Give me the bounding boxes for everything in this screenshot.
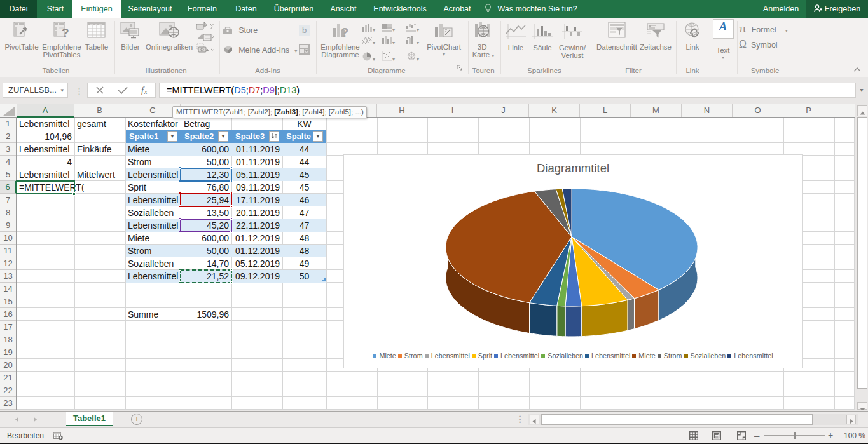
svg-text:?: ? <box>62 26 69 39</box>
svg-text:b: b <box>302 25 307 35</box>
svg-text:?: ? <box>341 25 348 39</box>
svg-text:x: x <box>144 88 148 95</box>
